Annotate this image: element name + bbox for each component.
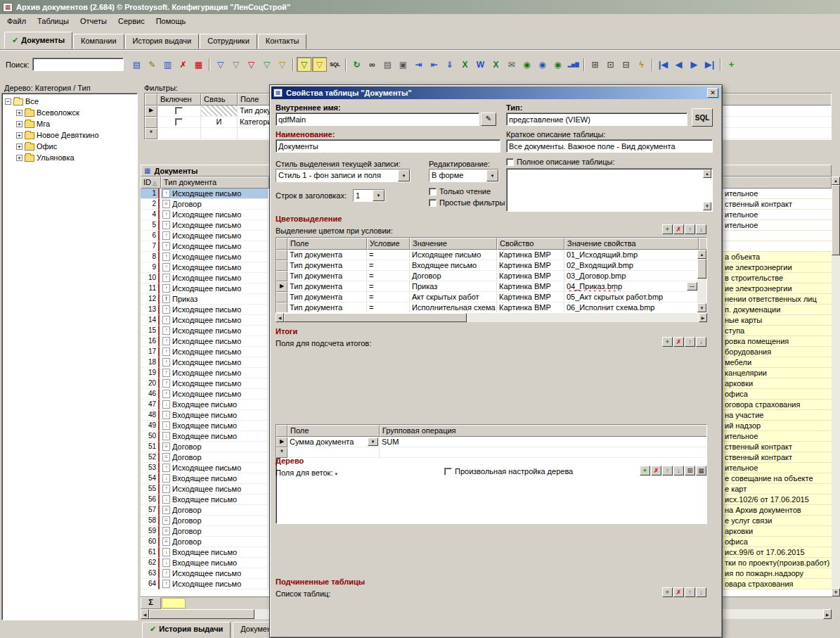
tree-grid-icon[interactable]: ▦ [696, 466, 706, 476]
move-down-icon[interactable]: ↓ [673, 466, 684, 476]
scroll-down-icon[interactable]: ▼ [697, 303, 706, 312]
filter-mark-icon[interactable]: ▽ [275, 57, 290, 72]
expand-icon[interactable]: + [16, 132, 22, 139]
table-type-input[interactable] [506, 113, 687, 126]
grid-row[interactable]: ▶Сумма документа▼SUM [276, 437, 706, 447]
search-binoculars-icon[interactable]: ∞ [365, 57, 380, 72]
add-row-icon[interactable]: + [662, 587, 673, 597]
scroll-left-icon[interactable]: ◀ [276, 313, 284, 322]
delete-row-icon[interactable]: ✗ [651, 466, 661, 476]
edit-record-icon[interactable]: ✎ [145, 57, 160, 72]
style-select[interactable]: Стиль 1 - фон записи и поля ▼ [276, 169, 411, 182]
checkbox-icon[interactable] [506, 158, 514, 166]
expand-icon[interactable]: + [16, 110, 22, 116]
filter-add-icon[interactable]: ▽ [228, 57, 243, 72]
scroll-right-icon[interactable]: ▶ [823, 609, 832, 619]
excel-export-icon[interactable]: X [458, 57, 472, 72]
scroll-corner[interactable] [699, 238, 707, 250]
grid-row[interactable]: Тип документа=Исполнительная схемаКартин… [276, 302, 706, 313]
column-header[interactable]: Значение свойства [564, 238, 699, 250]
save-page-icon[interactable]: ⇓ [442, 57, 457, 72]
sql-filter-icon[interactable]: SQL [328, 57, 342, 72]
add-record-plus-icon[interactable]: + [724, 57, 739, 72]
web-page-icon[interactable]: ◉ [550, 57, 565, 72]
delete-row-icon[interactable]: ✗ [673, 224, 684, 234]
bottom-tab[interactable]: ✔История выдачи [142, 622, 231, 638]
preview-icon[interactable]: ▣ [396, 57, 411, 72]
expand-icon[interactable]: + [16, 143, 22, 150]
search-input[interactable] [32, 58, 124, 71]
vertical-scrollbar[interactable]: ▲ ▼ [832, 177, 840, 596]
title-bar[interactable]: ▦ Архив документов (2.684) © Prostoysoft… [0, 0, 840, 14]
dropdown-icon[interactable]: ▼ [368, 438, 378, 446]
checkbox-icon[interactable] [429, 199, 437, 207]
new-record-icon[interactable]: ▤ [129, 57, 144, 72]
sql-button[interactable]: SQL [692, 108, 713, 127]
edit-mode-select[interactable]: В форме ▼ [429, 169, 499, 182]
dropdown-icon[interactable]: ▼ [398, 170, 410, 181]
scroll-up-icon[interactable]: ▲ [697, 250, 706, 259]
tree-item[interactable]: +Ульяновка [2, 152, 137, 163]
dropdown-icon[interactable]: ▼ [486, 170, 498, 181]
column-header[interactable]: Поле [287, 425, 380, 437]
group-settings-icon[interactable]: ⊞ [588, 57, 602, 72]
row-selector-header[interactable] [276, 238, 287, 250]
delete-row-icon[interactable]: ✗ [673, 587, 684, 597]
column-header[interactable]: Поле [287, 238, 367, 250]
filter-delete-icon[interactable]: ▽ [244, 57, 259, 72]
scroll-up-icon[interactable]: ▲ [703, 170, 711, 178]
import-page-icon[interactable]: ⇤ [427, 57, 441, 72]
filter-edit-icon[interactable]: ▽ [213, 57, 228, 72]
refresh-icon[interactable]: ↻ [349, 57, 364, 72]
color-grid-hscroll[interactable]: ◀ ▶ [276, 313, 707, 322]
delete-record-icon[interactable]: ✗ [176, 57, 190, 72]
scroll-thumb[interactable] [697, 259, 706, 279]
chart-icon[interactable]: ▂▅▇ [566, 57, 581, 72]
print-icon[interactable]: ▤ [380, 57, 395, 72]
menu-item[interactable]: Отчеты [75, 15, 112, 27]
add-row-icon[interactable]: + [662, 224, 673, 234]
mail-icon[interactable]: ✉ [504, 57, 519, 72]
menu-item[interactable]: Сервис [112, 15, 150, 27]
dialog-title-bar[interactable]: ▦ Свойства таблицы "Документы" ✕ [271, 87, 721, 99]
column-header[interactable]: Включен [157, 94, 201, 106]
checkbox-icon[interactable] [444, 468, 452, 476]
column-settings-icon[interactable]: ⊟ [619, 57, 633, 72]
add-row-icon[interactable]: + [640, 466, 650, 476]
scroll-down-icon[interactable]: ▼ [703, 202, 711, 210]
new-row[interactable]: * [276, 447, 706, 458]
move-up-icon[interactable]: ↑ [685, 337, 695, 347]
tab[interactable]: Контакты [258, 34, 307, 49]
custom-tree-checkbox[interactable]: Произвольная настройка дерева [444, 467, 573, 476]
nav-prev-icon[interactable]: ◀ [671, 57, 686, 72]
tab[interactable]: Компании [73, 34, 124, 49]
tab[interactable]: ✔Документы [4, 32, 72, 49]
tab[interactable]: Сотрудники [200, 34, 257, 49]
ellipsis-button[interactable]: ... [687, 282, 697, 291]
add-row-icon[interactable]: + [662, 337, 673, 347]
export-page-icon[interactable]: ⇥ [411, 57, 426, 72]
move-up-icon[interactable]: ↑ [662, 466, 673, 476]
menu-item[interactable]: Файл [1, 15, 32, 27]
scroll-thumb[interactable] [149, 609, 254, 619]
tree-item[interactable]: +Новое Девяткино [2, 129, 137, 141]
move-down-icon[interactable]: ↓ [696, 224, 706, 234]
row-selector-header[interactable] [145, 94, 157, 106]
dropdown-icon[interactable]: ▼ [373, 190, 385, 201]
move-up-icon[interactable]: ↑ [685, 224, 695, 234]
expand-icon[interactable]: + [16, 121, 22, 127]
nav-first-icon[interactable]: |◀ [656, 57, 671, 72]
table-name-input[interactable] [276, 139, 500, 153]
tab[interactable]: История выдачи [125, 34, 200, 49]
full-desc-checkbox[interactable]: Полное описание таблицы: [506, 158, 614, 166]
row-selector-header[interactable] [276, 425, 287, 437]
menu-item[interactable]: Таблицы [32, 15, 75, 27]
word-export-icon[interactable]: W [473, 57, 488, 72]
filter-clear-icon[interactable]: ▽ [259, 57, 274, 72]
web-report-icon[interactable]: ◉ [535, 57, 550, 72]
scroll-track[interactable] [832, 255, 840, 588]
excel-report-icon[interactable]: X [489, 57, 503, 72]
enabled-checkbox[interactable] [175, 118, 183, 126]
column-header-type[interactable]: Тип документа [161, 177, 269, 189]
rows-in-header-select[interactable]: 1 ▼ [353, 189, 385, 202]
